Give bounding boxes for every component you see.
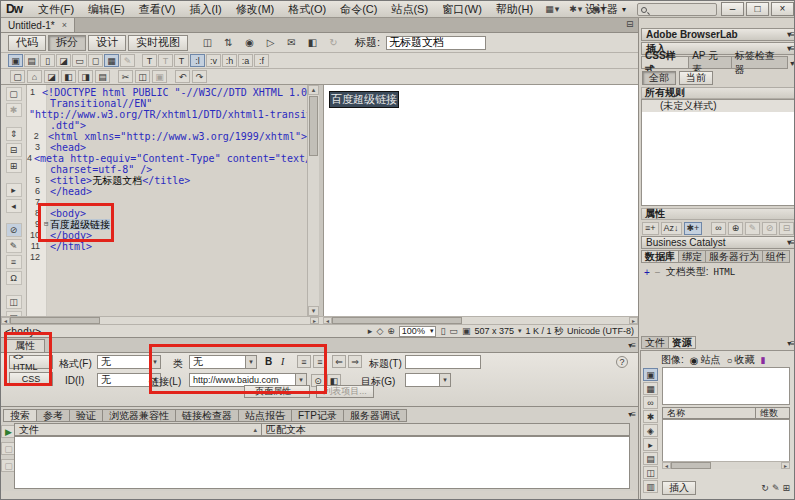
css-rules-list[interactable]: (未定义样式)	[641, 99, 795, 206]
help-icon[interactable]: ?	[616, 356, 628, 368]
collapse-selection-icon[interactable]: ⊟	[6, 143, 22, 157]
pseudo-hover-button[interactable]: :h	[222, 54, 237, 67]
show-head-icon[interactable]: ✱	[6, 103, 22, 117]
refresh-site-list-icon[interactable]: ↻	[761, 483, 769, 493]
add-icon[interactable]: +	[644, 267, 650, 278]
ordered-list-icon[interactable]: ≡	[313, 355, 327, 368]
tag-selector-body[interactable]: <body>	[5, 326, 41, 337]
colors-category-icon[interactable]: ▦	[643, 382, 658, 395]
site-radio[interactable]: ◉站点	[690, 353, 721, 367]
maximize-button[interactable]: □	[746, 2, 769, 16]
media-projection-icon[interactable]: ◪	[56, 54, 71, 67]
tab-tag-inspector[interactable]: 标签检查器	[732, 56, 789, 69]
panel-menu-icon[interactable]: ▾≡	[787, 339, 794, 349]
assets-list[interactable]	[662, 419, 790, 463]
select-tool-icon[interactable]: ▸	[368, 326, 373, 336]
scroll-left-icon[interactable]: ◂	[323, 317, 332, 324]
scrollbar-thumb[interactable]	[10, 317, 100, 324]
tab-bindings[interactable]: 绑定	[679, 250, 706, 263]
multiscreen-icon[interactable]: ◫	[198, 35, 217, 50]
live-view-button[interactable]: 实时视图	[128, 35, 188, 51]
properties-tab[interactable]: 属性	[5, 339, 45, 352]
html-mode-button[interactable]: <> HTML	[9, 355, 53, 369]
zoom-level-select[interactable]: 100% ▾	[399, 326, 437, 337]
undo-icon[interactable]: ↶	[175, 70, 190, 83]
preview-in-browser-icon[interactable]: ◉	[240, 35, 259, 50]
new-file-icon[interactable]: ▢	[10, 70, 25, 83]
hand-tool-icon[interactable]: ◇	[376, 326, 383, 336]
panel-menu-icon[interactable]: ▾≡	[787, 44, 794, 53]
close-icon[interactable]: ×	[62, 20, 67, 30]
images-category-icon[interactable]: ▣	[643, 368, 658, 381]
scroll-right-icon[interactable]: ▸	[781, 462, 790, 469]
scrollbar-thumb[interactable]	[309, 96, 318, 156]
desktop-size-icon[interactable]: ▣	[462, 326, 471, 336]
outdent-icon[interactable]: ⇐	[332, 355, 346, 368]
select-parent-tag-icon[interactable]: ▸	[6, 183, 22, 197]
format-select[interactable]: 无 ▾	[97, 355, 161, 369]
scrollbar-thumb[interactable]	[332, 317, 462, 324]
movies-category-icon[interactable]: ▸	[643, 438, 658, 451]
line-numbers-icon[interactable]: ⊘	[6, 223, 22, 237]
code-hscrollbar[interactable]: ◂ ▸	[1, 317, 319, 324]
media-print-icon[interactable]: ▤	[24, 54, 39, 67]
toggle-css-icon[interactable]: ▦	[104, 54, 119, 67]
menu-format[interactable]: 格式(O)	[281, 1, 333, 17]
undefined-style-row[interactable]: (未定义样式)	[642, 100, 795, 112]
design-hscrollbar[interactable]: ◂ ▸	[323, 317, 638, 324]
dimensions-column-header[interactable]: 维数	[756, 407, 790, 419]
favorites-radio[interactable]: ○收藏	[727, 353, 755, 367]
cut-icon[interactable]: ✂	[118, 70, 133, 83]
mobile-size-icon[interactable]: ▯	[440, 326, 445, 336]
scroll-left-icon[interactable]: ◂	[662, 462, 671, 469]
menu-commands[interactable]: 命令(C)	[333, 1, 384, 17]
balance-braces-icon[interactable]: ◂	[6, 199, 22, 213]
text-size-reset-icon[interactable]: T	[174, 54, 189, 67]
selected-text[interactable]: 百度超级链接	[329, 91, 399, 108]
target-select[interactable]: ▾	[405, 373, 451, 387]
menu-file[interactable]: 文件(F)	[31, 1, 81, 17]
visual-aids-icon[interactable]: ◧	[303, 35, 322, 50]
urls-category-icon[interactable]: ∞	[643, 396, 658, 409]
text-size-decrease-icon[interactable]: T	[158, 54, 173, 67]
unordered-list-icon[interactable]: ≡	[297, 355, 311, 368]
current-mode-button[interactable]: 当前	[679, 71, 713, 85]
tab-site-reports[interactable]: 站点报告	[239, 409, 292, 422]
design-view-button[interactable]: 设计	[88, 35, 126, 51]
page-properties-button[interactable]: 页面属性...	[244, 385, 310, 398]
copy-icon[interactable]: ◫	[135, 70, 150, 83]
tab-server-behaviors[interactable]: 服务器行为	[706, 250, 763, 263]
refresh-icon[interactable]: ↻	[324, 35, 343, 50]
browse-in-bridge-icon[interactable]: ◪	[44, 70, 59, 83]
add-to-favorites-icon[interactable]: ⊞	[782, 483, 790, 493]
open-file-icon[interactable]: ⌂	[27, 70, 42, 83]
panel-menu-icon[interactable]: ▾≡	[790, 59, 795, 69]
italic-button[interactable]: I	[281, 356, 284, 367]
extend-gear-icon[interactable]: ✱▾	[564, 4, 587, 14]
panel-menu-icon[interactable]: ▾≡	[628, 341, 635, 350]
pseudo-link-button[interactable]: :l	[190, 54, 205, 67]
highlight-invalid-code-icon[interactable]: ✎	[6, 239, 22, 253]
paste-icon[interactable]: ▣	[152, 70, 167, 83]
browserlab-panel-header[interactable]: Adobe BrowserLab ▾≡	[641, 28, 795, 41]
tab-server-debug[interactable]: 服务器调试	[344, 409, 407, 422]
scroll-left-icon[interactable]: ◂	[1, 317, 10, 324]
debug-icon[interactable]: ▷	[261, 35, 280, 50]
menu-modify[interactable]: 修改(M)	[229, 1, 282, 17]
open-documents-icon[interactable]: ▢	[6, 87, 22, 101]
tab-databases[interactable]: 数据库	[641, 250, 679, 263]
panel-menu-icon[interactable]: ▾≡	[628, 410, 635, 419]
tab-reference[interactable]: 参考	[37, 409, 70, 422]
tab-search[interactable]: 搜索	[3, 409, 37, 422]
file-management-icon[interactable]: ⇅	[219, 35, 238, 50]
collapse-marker-icon[interactable]: ⊟	[42, 219, 50, 230]
tab-assets[interactable]: 资源	[669, 336, 696, 349]
tablet-size-icon[interactable]: ▭	[449, 326, 458, 336]
scroll-down-icon[interactable]: ▾	[308, 306, 319, 316]
insert-asset-button[interactable]: 插入	[662, 481, 696, 495]
scroll-up-icon[interactable]: ▴	[308, 85, 319, 95]
close-button[interactable]: ×	[771, 2, 794, 16]
results-list[interactable]	[14, 436, 630, 489]
save-all-icon[interactable]: ◨	[78, 70, 93, 83]
search-input[interactable]	[637, 3, 717, 16]
